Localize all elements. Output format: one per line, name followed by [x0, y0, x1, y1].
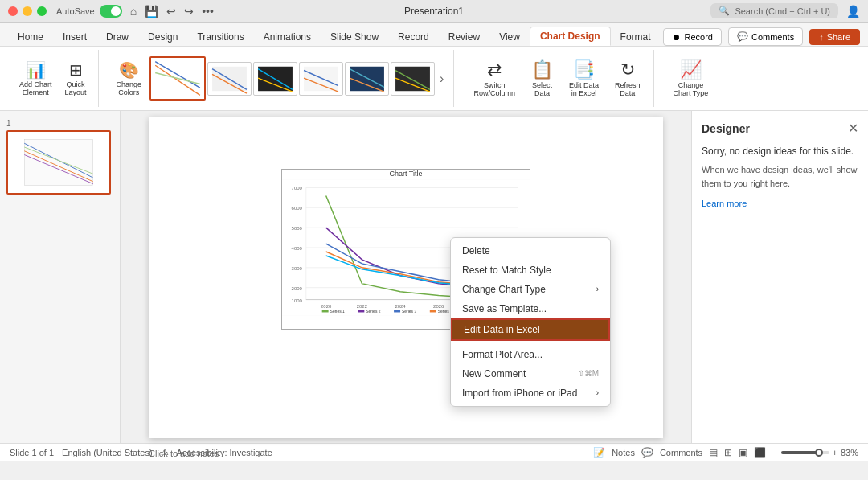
designer-close-button[interactable]: ✕	[848, 121, 858, 136]
reading-view-icon[interactable]: ▣	[739, 447, 747, 458]
quick-layout-icon: ⊞	[69, 60, 83, 80]
layout-thumb-3[interactable]	[253, 62, 297, 96]
learn-more-link[interactable]: Learn more	[702, 199, 747, 208]
layout-thumb-6[interactable]	[391, 62, 435, 96]
data-group: ⇄ SwitchRow/Column 📋 SelectData 📑 Edit D…	[461, 50, 653, 107]
chart-styles-group: 🎨 ChangeColors	[105, 50, 455, 107]
normal-view-icon[interactable]: ▤	[709, 447, 718, 458]
ctx-reset[interactable]: Reset to Match Style	[451, 261, 610, 280]
ctx-import-iphone[interactable]: Import from iPhone or iPad ›	[451, 384, 610, 403]
designer-panel: Designer ✕ Sorry, no design ideas for th…	[691, 111, 868, 443]
app-title: Presentation1	[404, 6, 464, 17]
chart-elements-group: 📊 Add ChartElement ⊞ QuickLayout	[8, 50, 99, 107]
svg-text:3000: 3000	[292, 265, 303, 270]
layout-thumb-4[interactable]	[299, 62, 343, 96]
svg-text:Series 1: Series 1	[330, 310, 345, 314]
layout-thumb-5[interactable]	[345, 62, 389, 96]
svg-text:1000: 1000	[292, 297, 303, 302]
tab-slideshow[interactable]: Slide Show	[321, 28, 388, 46]
home-icon[interactable]: ⌂	[130, 5, 137, 18]
slide-panel: 1	[0, 111, 121, 443]
toggle-switch[interactable]	[100, 5, 122, 18]
layout-thumb-2[interactable]	[207, 62, 252, 96]
tab-home[interactable]: Home	[8, 28, 53, 46]
share-button[interactable]: ↑ Share	[809, 29, 860, 45]
titlebar: AutoSave ⌂ 💾 ↩ ↪ ••• Presentation1 🔍 Sea…	[0, 0, 868, 23]
tab-chartdesign[interactable]: Chart Design	[530, 27, 611, 46]
svg-rect-9	[304, 66, 338, 90]
notes-label[interactable]: Notes	[612, 448, 635, 457]
tab-draw[interactable]: Draw	[96, 28, 138, 46]
add-chart-element-button[interactable]: 📊 Add ChartElement	[14, 57, 57, 101]
comment-icon: 💬	[737, 31, 748, 42]
svg-text:6000: 6000	[292, 206, 303, 211]
switch-row-col-button[interactable]: ⇄ SwitchRow/Column	[467, 56, 522, 101]
scroll-right-button[interactable]: ›	[436, 72, 447, 86]
svg-text:5000: 5000	[292, 226, 303, 231]
maximize-button[interactable]	[37, 6, 47, 16]
ctx-new-comment[interactable]: New Comment ⇧⌘M	[451, 364, 610, 384]
presenter-view-icon[interactable]: ⬛	[754, 447, 766, 458]
autosave-toggle[interactable]: AutoSave	[56, 5, 122, 18]
ctx-import-arrow: ›	[596, 388, 599, 397]
zoom-out-icon[interactable]: −	[772, 448, 777, 457]
zoom-in-icon[interactable]: +	[833, 448, 837, 457]
ctx-reset-label: Reset to Match Style	[462, 265, 551, 276]
zoom-bar	[781, 451, 829, 454]
minimize-button[interactable]	[23, 6, 32, 16]
change-colors-button[interactable]: 🎨 ChangeColors	[112, 57, 147, 101]
svg-text:2026: 2026	[433, 303, 444, 308]
slide-1-thumbnail[interactable]	[6, 130, 111, 195]
close-button[interactable]	[8, 6, 18, 16]
slide-sorter-icon[interactable]: ⊞	[724, 447, 732, 458]
record-button[interactable]: ⏺ Record	[663, 28, 721, 46]
ctx-format-plot[interactable]: Format Plot Area...	[451, 345, 610, 364]
edit-data-excel-button[interactable]: 📑 Edit Datain Excel	[563, 56, 605, 101]
ctx-save-template[interactable]: Save as Template...	[451, 299, 610, 318]
zoom-control[interactable]: − + 83%	[772, 448, 858, 457]
ctx-new-comment-shortcut: ⇧⌘M	[578, 369, 599, 378]
record-label: Record	[684, 32, 712, 42]
tab-design[interactable]: Design	[138, 28, 187, 46]
layout-thumbnails: ›	[149, 56, 447, 101]
ctx-edit-data-excel[interactable]: Edit Data in Excel	[451, 318, 610, 341]
svg-text:2022: 2022	[357, 303, 368, 308]
tab-transitions[interactable]: Transitions	[187, 28, 253, 46]
ctx-delete[interactable]: Delete	[451, 241, 610, 261]
save-icon[interactable]: 💾	[145, 5, 158, 18]
type-group: 📈 ChangeChart Type	[661, 50, 722, 107]
autosave-label: AutoSave	[56, 6, 95, 16]
comments-icon: 💬	[641, 447, 653, 458]
search-bar[interactable]: 🔍 Search (Cmd + Ctrl + U)	[710, 3, 838, 18]
svg-text:4000: 4000	[292, 245, 303, 250]
tab-view[interactable]: View	[489, 28, 530, 46]
add-chart-element-icon: 📊	[26, 60, 46, 80]
layout-thumb-1[interactable]	[149, 56, 206, 101]
tab-format[interactable]: Format	[611, 28, 661, 46]
ctx-change-type[interactable]: Change Chart Type ›	[451, 280, 610, 299]
redo-icon[interactable]: ↪	[184, 5, 194, 18]
comments-label: Comments	[751, 32, 794, 42]
quick-layout-button[interactable]: ⊞ QuickLayout	[60, 57, 92, 101]
svg-rect-45	[322, 310, 329, 312]
comments-button[interactable]: 💬 Comments	[728, 27, 803, 46]
refresh-data-button[interactable]: ↻ RefreshData	[608, 56, 647, 101]
tab-animations[interactable]: Animations	[254, 28, 321, 46]
zoom-percent: 83%	[841, 448, 858, 457]
share-icon[interactable]: 👤	[846, 5, 860, 18]
titlebar-right: 👤	[846, 5, 860, 18]
tab-insert[interactable]: Insert	[53, 28, 96, 46]
tab-review[interactable]: Review	[439, 28, 489, 46]
designer-header: Designer ✕	[702, 121, 858, 136]
more-icon[interactable]: •••	[202, 5, 214, 18]
tab-record[interactable]: Record	[388, 28, 439, 46]
undo-icon[interactable]: ↩	[166, 5, 176, 18]
add-notes-hint[interactable]: Click to add notes	[149, 449, 219, 458]
change-chart-type-button[interactable]: 📈 ChangeChart Type	[667, 56, 715, 101]
select-data-button[interactable]: 📋 SelectData	[525, 56, 559, 101]
svg-rect-12	[350, 66, 384, 90]
slide-canvas[interactable]: Chart Title 7000	[149, 117, 663, 438]
toggle-knob	[111, 6, 121, 16]
comments-label[interactable]: Comments	[660, 448, 702, 457]
context-menu: Delete Reset to Match Style Change Chart…	[450, 237, 611, 407]
